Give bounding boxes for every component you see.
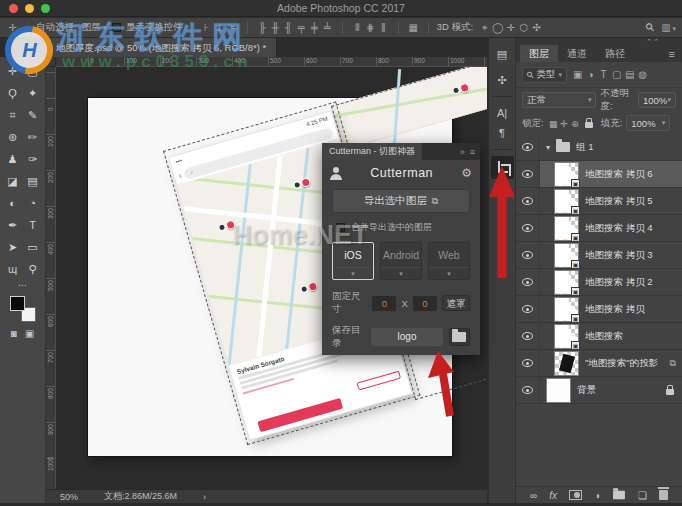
3d-rotate-icon[interactable]: ⌖ [478, 22, 491, 34]
blend-mode-dropdown[interactable]: 正常▾ [522, 92, 596, 108]
align-bottom-icon[interactable]: ╧ [321, 22, 334, 33]
chevron-down-icon[interactable]: ▾ [429, 267, 469, 279]
save-directory-input[interactable]: logo [371, 328, 443, 346]
new-group-icon[interactable] [613, 491, 625, 500]
3d-pan-icon[interactable]: ✛ [504, 22, 517, 33]
visibility-toggle[interactable] [516, 296, 540, 322]
3d-slide-icon[interactable]: ⬡ [517, 22, 530, 33]
screen-mode-button[interactable]: ▣ [25, 328, 34, 339]
filter-type-dropdown[interactable]: ⚲ 类型 ▾ [522, 67, 567, 83]
filter-shape-icon[interactable]: ▢ [610, 69, 623, 80]
distribute-center-icon[interactable]: ⊥ [213, 22, 226, 33]
lock-position-icon[interactable]: ✛ [559, 119, 570, 129]
layer-mask-icon[interactable] [569, 490, 582, 500]
lock-transparent-icon[interactable]: ▦ [548, 119, 559, 129]
layer-row[interactable]: ▣地图搜索 拷贝 [516, 296, 682, 323]
visibility-toggle[interactable] [516, 377, 540, 403]
delete-layer-icon[interactable] [659, 490, 668, 500]
merge-export-checkbox[interactable] [336, 223, 345, 232]
cutterman-plugin-icon[interactable] [491, 156, 514, 179]
color-swatches[interactable] [10, 296, 36, 322]
crop-tool[interactable]: ⌗ [3, 104, 23, 126]
character-panel-icon[interactable]: A| [491, 103, 513, 123]
platform-android-button[interactable]: Android ▾ [380, 242, 422, 280]
history-brush-tool[interactable]: ✑ [23, 148, 43, 170]
distribute-space-icon[interactable]: ⫼ [377, 22, 390, 34]
layer-row[interactable]: 背景 [516, 377, 682, 404]
shape-tool[interactable]: ▭ [23, 236, 43, 258]
collapse-panels-icon[interactable]: ⌃⌃ [646, 38, 660, 46]
opacity-dropdown[interactable]: 100%▾ [638, 92, 676, 108]
expand-chevron[interactable]: ▾ [546, 143, 550, 152]
cutterman-tab[interactable]: Cutterman - 切图神器 [322, 143, 422, 160]
3d-scale-icon[interactable]: ✣ [530, 22, 543, 33]
layer-row[interactable]: ▾组 1 [516, 134, 682, 161]
gradient-tool[interactable]: ▤ [23, 170, 43, 192]
move-tool[interactable]: ✛ [3, 60, 23, 82]
visibility-toggle[interactable] [516, 269, 540, 295]
layer-row[interactable]: ▣地图搜索 [516, 323, 682, 350]
eraser-tool[interactable]: ◪ [3, 170, 23, 192]
layer-row[interactable]: ▣地图搜索 拷贝 5 [516, 188, 682, 215]
arrange-icon[interactable]: ▦ [407, 22, 420, 33]
show-transform-checkbox[interactable] [112, 23, 121, 32]
filter-adjustment-icon[interactable]: ◑ [584, 69, 597, 80]
platform-web-button[interactable]: Web ▾ [428, 242, 470, 280]
status-chevron[interactable]: › [203, 492, 206, 502]
chevron-down-icon[interactable]: ▾ [381, 267, 421, 279]
hand-tool[interactable]: ɰ [3, 258, 23, 280]
search-icon[interactable]: ⚲ [643, 20, 658, 35]
tab-layers[interactable]: 图层 [520, 45, 558, 62]
distribute-left-icon[interactable]: ⊦ [200, 22, 213, 33]
fixed-width-input[interactable]: 0 [372, 296, 396, 311]
dodge-tool[interactable]: ◐ [3, 192, 23, 214]
brush-tool[interactable]: ✏ [23, 126, 43, 148]
fixed-height-input[interactable]: 0 [413, 296, 437, 311]
clone-stamp-tool[interactable]: ♟ [3, 148, 23, 170]
filter-pixel-icon[interactable]: ▣ [571, 69, 584, 80]
shapes-panel-icon[interactable]: ✣ [491, 70, 513, 90]
align-right-icon[interactable]: ╢ [282, 22, 295, 33]
gear-icon[interactable]: ⚙ [461, 166, 472, 180]
more-tools-button[interactable]: ⋯ [18, 280, 27, 292]
zoom-level[interactable]: 50% [60, 492, 78, 502]
marquee-tool[interactable]: ▢ [23, 60, 43, 82]
visibility-toggle[interactable] [516, 350, 540, 376]
eyedropper-tool[interactable]: ✎ [23, 104, 43, 126]
chevron-down-icon[interactable]: ▾ [333, 267, 373, 279]
layer-row[interactable]: "地图搜索"的投影⧉ [516, 350, 682, 377]
filter-type-icon[interactable]: T [597, 69, 610, 80]
mask-button[interactable]: 遮罩 [442, 295, 470, 311]
panel-menu-icon[interactable]: ≡ [470, 147, 475, 157]
document-tab[interactable]: 地图厚度.psd @ 50% (地图搜索 拷贝 6, RGB/8*) * [46, 38, 277, 57]
visibility-toggle[interactable] [516, 242, 540, 268]
foreground-color[interactable] [10, 296, 25, 311]
browse-folder-button[interactable] [449, 328, 470, 346]
align-vcenter-icon[interactable]: ╪ [308, 22, 321, 33]
pen-tool[interactable]: ✒ [3, 214, 23, 236]
h-ruler[interactable]: 010020030040050060070080090010001100 [56, 57, 487, 67]
adjustment-layer-icon[interactable]: ◑ [594, 490, 600, 501]
type-tool[interactable]: T [23, 214, 43, 236]
tab-channels[interactable]: 通道 [558, 45, 596, 62]
distribute-h-icon[interactable]: ⫴ [351, 22, 364, 34]
quick-mask-button[interactable]: ◙ [11, 328, 17, 339]
path-select-tool[interactable]: ➤ [3, 236, 23, 258]
filter-smart-icon[interactable]: ▤ [623, 69, 636, 80]
layer-style-icon[interactable]: fx [549, 490, 557, 501]
layer-row[interactable]: ▣地图搜索 拷贝 3 [516, 242, 682, 269]
visibility-toggle[interactable] [516, 188, 540, 214]
layer-row[interactable]: ▣地图搜索 拷贝 2 [516, 269, 682, 296]
ruler-corner[interactable] [46, 57, 56, 67]
link-layers-icon[interactable]: ∞ [530, 490, 537, 501]
blur-tool[interactable]: ◔ [23, 192, 43, 214]
align-left-icon[interactable]: ╟ [256, 22, 269, 33]
visibility-toggle[interactable] [516, 161, 540, 187]
clone-source-panel-icon[interactable]: ▤ [491, 44, 513, 64]
panel-menu-icon[interactable]: ≡ [669, 48, 682, 62]
zoom-tool[interactable]: ⚲ [23, 258, 43, 280]
export-selected-layers-button[interactable]: 导出选中图层 ⧉ [332, 189, 470, 213]
workspace-switcher[interactable]: ▥▾ [659, 22, 676, 33]
align-hcenter-icon[interactable]: ╫ [269, 22, 282, 33]
visibility-toggle[interactable] [516, 134, 540, 160]
